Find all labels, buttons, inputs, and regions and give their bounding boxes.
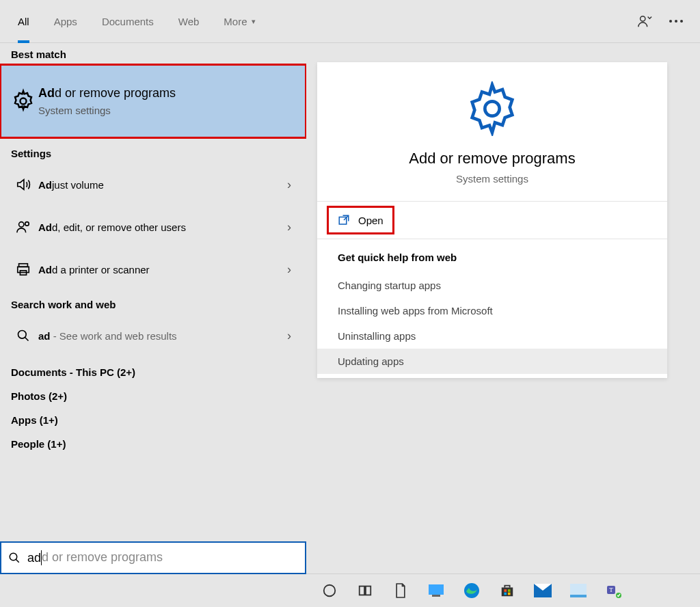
results-pane: Best match Add or remove programs System… <box>0 43 306 575</box>
best-match-title: Add or remove programs <box>38 86 295 100</box>
detail-subtitle: System settings <box>456 173 528 185</box>
chevron-right-icon: › <box>287 178 295 192</box>
result-category[interactable]: Documents - This PC (2+) <box>0 357 306 381</box>
settings-item-label: Add, edit, or remove other users <box>38 221 287 233</box>
svg-rect-26 <box>570 595 587 597</box>
tab-apps-label: Apps <box>54 16 77 27</box>
help-link[interactable]: Installing web apps from Microsoft <box>338 298 647 323</box>
web-search-item[interactable]: ad - See work and web results › <box>0 314 306 357</box>
tab-web-label: Web <box>178 16 200 27</box>
gear-icon <box>11 88 36 114</box>
svg-point-2 <box>19 222 24 227</box>
edge-icon[interactable] <box>454 574 489 607</box>
svg-point-1 <box>21 98 27 105</box>
app-icon[interactable] <box>418 574 454 607</box>
svg-rect-15 <box>366 586 371 595</box>
chevron-right-icon: › <box>287 329 295 343</box>
search-icon <box>8 552 21 564</box>
svg-point-3 <box>25 222 29 226</box>
svg-rect-23 <box>508 593 511 595</box>
web-search-label: ad - See work and web results <box>38 330 287 342</box>
file-icon[interactable] <box>383 574 418 607</box>
best-match-header: Best match <box>0 43 306 64</box>
result-category[interactable]: People (1+) <box>0 429 306 453</box>
detail-pane: Add or remove programs System settings O… <box>306 43 700 575</box>
user-icon <box>11 219 36 234</box>
search-input[interactable] <box>26 550 298 566</box>
detail-title: Add or remove programs <box>409 150 575 167</box>
svg-rect-21 <box>508 589 511 592</box>
svg-point-7 <box>18 331 27 339</box>
svg-rect-17 <box>432 595 440 597</box>
chevron-right-icon: › <box>287 220 295 234</box>
result-category[interactable]: Apps (1+) <box>0 405 306 429</box>
svg-rect-25 <box>570 584 587 595</box>
tab-documents[interactable]: Documents <box>90 0 166 42</box>
gear-icon <box>465 81 520 136</box>
tab-documents-label: Documents <box>102 16 154 27</box>
result-category[interactable]: Photos (2+) <box>0 381 306 405</box>
svg-point-13 <box>324 585 336 597</box>
help-link[interactable]: Changing startup apps <box>338 273 647 298</box>
svg-point-0 <box>641 16 645 21</box>
search-icon <box>11 329 36 342</box>
svg-rect-19 <box>502 587 513 596</box>
app-icon-2[interactable] <box>561 574 596 607</box>
chevron-right-icon: › <box>287 262 295 277</box>
best-match-subtitle: System settings <box>38 105 295 116</box>
svg-rect-20 <box>504 589 507 592</box>
svg-point-9 <box>485 101 499 116</box>
mail-icon[interactable] <box>525 574 561 607</box>
svg-rect-14 <box>360 586 364 595</box>
svg-text:T: T <box>609 586 613 593</box>
svg-rect-16 <box>429 584 444 595</box>
settings-header: Settings <box>0 138 306 163</box>
settings-item-label: Adjust volume <box>38 179 287 191</box>
svg-rect-22 <box>504 593 507 595</box>
account-icon[interactable] <box>629 5 660 37</box>
open-button[interactable]: Open <box>329 208 392 232</box>
settings-item[interactable]: Adjust volume› <box>0 163 306 206</box>
store-icon[interactable] <box>489 574 525 607</box>
best-match-item[interactable]: Add or remove programs System settings <box>0 64 306 138</box>
svg-line-12 <box>16 559 19 563</box>
open-icon <box>338 214 350 226</box>
tab-more[interactable]: More ▾ <box>211 0 267 42</box>
filter-tabs: All Apps Documents Web More ▾ <box>0 0 700 43</box>
help-header: Get quick help from web <box>338 252 647 263</box>
tab-web[interactable]: Web <box>166 0 212 42</box>
tab-apps[interactable]: Apps <box>42 0 90 42</box>
chevron-down-icon: ▾ <box>252 17 256 26</box>
svg-rect-5 <box>18 267 29 272</box>
tab-all[interactable]: All <box>5 0 42 42</box>
open-button-label: Open <box>358 215 383 226</box>
svg-point-11 <box>10 553 17 561</box>
svg-point-18 <box>464 583 479 598</box>
settings-item[interactable]: Add a printer or scanner› <box>0 248 306 291</box>
tab-more-label: More <box>224 16 247 27</box>
task-view-icon[interactable] <box>347 574 383 607</box>
search-box[interactable]: add or remove programs <box>0 541 306 574</box>
sound-icon <box>11 177 36 192</box>
help-link[interactable]: Updating apps <box>317 349 667 374</box>
more-options-icon[interactable] <box>660 5 692 37</box>
search-web-header: Search work and web <box>0 291 306 314</box>
printer-icon <box>11 262 36 277</box>
cortana-icon[interactable] <box>312 574 347 607</box>
help-link[interactable]: Uninstalling apps <box>338 323 647 349</box>
detail-card: Add or remove programs System settings O… <box>317 62 667 378</box>
svg-line-8 <box>25 338 29 341</box>
tab-all-label: All <box>18 16 29 27</box>
teams-icon[interactable]: T <box>596 574 632 607</box>
taskbar: T <box>306 574 700 607</box>
settings-item[interactable]: Add, edit, or remove other users› <box>0 206 306 248</box>
settings-item-label: Add a printer or scanner <box>38 264 287 275</box>
